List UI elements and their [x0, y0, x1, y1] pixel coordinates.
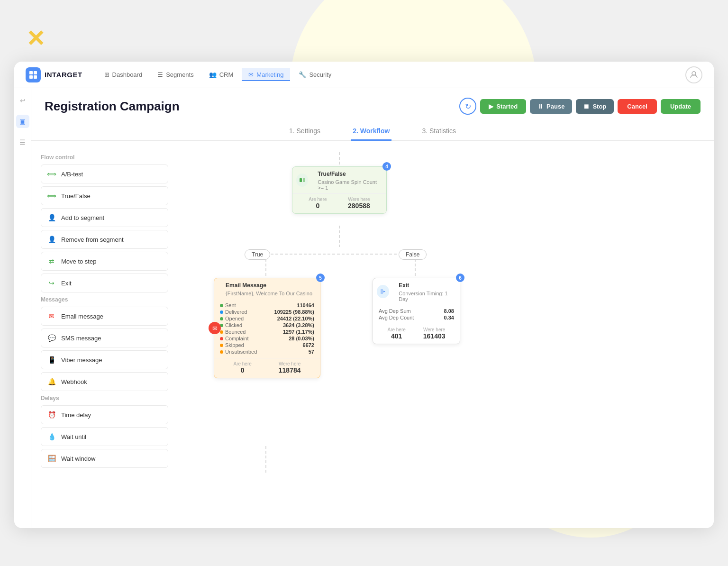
cancel-button[interactable]: Cancel [618, 99, 657, 114]
flow-item-webhook[interactable]: 🔔 Webhook [41, 372, 168, 391]
truefalse-node-icon [296, 173, 308, 187]
stat-delivered: Delivered 109225 (98.88%) [220, 309, 314, 315]
flow-item-wait-until[interactable]: 💧 Wait until [41, 427, 168, 446]
truefalse-were-here: Were here 280588 [348, 197, 370, 210]
node-email[interactable]: 5 ✉ Email Message {FirstName}, Welcome T… [214, 278, 320, 378]
stop-button[interactable]: ⏹ Stop [576, 99, 614, 114]
delivered-dot [220, 310, 223, 314]
sidebar-icon-2[interactable]: ▣ [16, 115, 29, 128]
security-icon: 🔧 [299, 71, 306, 78]
node-exit[interactable]: 6 Exit [373, 278, 460, 344]
truefalse-stats: Are here 0 Were here 280588 [292, 193, 386, 213]
nav-item-dashboard[interactable]: ⊞ Dashboard [98, 68, 149, 81]
segments-icon: ☰ [157, 71, 163, 78]
email-msg-icon: ✉ [47, 311, 56, 321]
exit-subtitle: Conversion Timing: 1 Day [393, 291, 460, 305]
nav-header: INTARGET ⊞ Dashboard ☰ Segments 👥 CRM ✉ … [14, 62, 714, 88]
avg-dep-sum: Avg Dep Sum 8.08 [379, 308, 454, 314]
flow-item-exit[interactable]: ↪ Exit [41, 274, 168, 292]
email-were-here: Were here 118784 [279, 361, 301, 374]
tab-statistics[interactable]: 3. Statistics [420, 122, 458, 141]
page-title: Registration Campaign [45, 99, 180, 114]
logo-area: INTARGET [26, 67, 82, 82]
ab-test-icon: ⟺ [47, 169, 56, 179]
content-panel: Registration Campaign ↻ ▶ Started ⏸ Paus… [31, 88, 714, 528]
viber-icon: 📱 [47, 355, 56, 365]
dashboard-icon: ⊞ [104, 71, 109, 78]
flow-item-add-segment[interactable]: 👤 Add to segment [41, 208, 168, 227]
marketing-icon: ✉ [248, 71, 254, 78]
refresh-button[interactable]: ↻ [459, 98, 476, 115]
exit-title: Exit [393, 278, 460, 291]
svg-rect-0 [29, 71, 33, 74]
nav-item-security[interactable]: 🔧 Security [292, 68, 338, 81]
flow-item-ab-test[interactable]: ⟺ A/B-test [41, 164, 168, 183]
exit-node-icon [377, 285, 389, 298]
stat-sent: Sent 110464 [220, 302, 314, 309]
truefalse-title: True/False [312, 167, 386, 179]
stat-opened: Opened 24412 (22.10%) [220, 315, 314, 322]
tab-settings[interactable]: 1. Settings [287, 122, 322, 141]
email-are-here: Are here 0 [233, 361, 251, 374]
stat-bounced: Bounced 1297 (1.17%) [220, 329, 314, 335]
wait-until-icon: 💧 [47, 432, 56, 441]
move-step-icon: ⇄ [47, 256, 56, 266]
flow-item-viber[interactable]: 📱 Viber message [41, 350, 168, 369]
email-subtitle: {FirstName}, Welcome To Our Casino [214, 291, 320, 299]
user-avatar[interactable] [685, 66, 702, 83]
campaign-header: Registration Campaign ↻ ▶ Started ⏸ Paus… [31, 88, 714, 122]
started-button[interactable]: ▶ Started [480, 99, 526, 114]
close-icon[interactable]: ✕ [26, 27, 45, 50]
email-footer-stats: Are here 0 Were here 118784 [214, 358, 320, 378]
flow-item-move-step[interactable]: ⇄ Move to step [41, 252, 168, 271]
flow-item-email[interactable]: ✉ Email message [41, 307, 168, 326]
tab-workflow[interactable]: 2. Workflow [351, 122, 391, 141]
messages-title: Messages [41, 296, 168, 303]
update-button[interactable]: Update [661, 99, 701, 114]
truefalse-are-here: Are here 0 [309, 197, 327, 210]
logo-text: INTARGET [45, 71, 82, 79]
sidebar-icon-3[interactable]: ☰ [16, 136, 29, 149]
exit-flow-icon: ↪ [47, 278, 56, 288]
nav-item-segments[interactable]: ☰ Segments [151, 68, 200, 81]
svg-rect-3 [34, 75, 37, 79]
flow-item-time-delay[interactable]: ⏰ Time delay [41, 405, 168, 424]
workflow-canvas: 4 True/False [188, 152, 472, 484]
sidebar-icon-1[interactable]: ↩ [16, 94, 29, 107]
node-truefalse[interactable]: 4 True/False [292, 166, 387, 214]
flow-control-title: Flow control [41, 154, 168, 161]
flow-item-remove-segment[interactable]: 👤 Remove from segment [41, 230, 168, 249]
wait-window-icon: 🪟 [47, 454, 56, 463]
logo-icon [26, 67, 41, 82]
flow-item-true-false[interactable]: ⟺ True/False [41, 186, 168, 205]
app-container: INTARGET ⊞ Dashboard ☰ Segments 👥 CRM ✉ … [14, 62, 714, 528]
header-actions: ↻ ▶ Started ⏸ Pause ⏹ Stop Cancel Update [459, 98, 701, 115]
time-delay-icon: ⏰ [47, 410, 56, 420]
exit-avg-stats: Avg Dep Sum 8.08 Avg Dep Count 0.34 [373, 305, 460, 324]
svg-rect-2 [29, 75, 33, 79]
nav-items: ⊞ Dashboard ☰ Segments 👥 CRM ✉ Marketing… [98, 68, 685, 81]
skipped-dot [220, 344, 223, 347]
nav-item-crm[interactable]: 👥 CRM [202, 68, 240, 81]
canvas-area: 4 True/False [178, 143, 714, 528]
flow-item-wait-window[interactable]: 🪟 Wait window [41, 449, 168, 468]
left-sidebar: ↩ ▣ ☰ [14, 88, 31, 528]
svg-rect-11 [300, 178, 302, 182]
svg-rect-1 [34, 71, 37, 74]
flow-panel: Flow control ⟺ A/B-test ⟺ True/False 👤 A… [31, 143, 178, 528]
email-envelope-icon: ✉ [209, 322, 221, 334]
webhook-icon: 🔔 [47, 377, 56, 386]
svg-rect-12 [303, 178, 305, 182]
delays-title: Delays [41, 395, 168, 402]
add-segment-icon: 👤 [47, 213, 56, 222]
play-icon: ▶ [489, 103, 493, 110]
email-title: Email Message [214, 278, 320, 291]
pause-button[interactable]: ⏸ Pause [530, 99, 572, 114]
node-num-5: 5 [316, 274, 325, 282]
node-num-6: 6 [456, 274, 464, 282]
tabs-bar: 1. Settings 2. Workflow 3. Statistics [31, 122, 714, 141]
complaint-dot [220, 337, 223, 340]
svg-rect-13 [381, 289, 383, 294]
nav-item-marketing[interactable]: ✉ Marketing [242, 68, 290, 81]
flow-item-sms[interactable]: 💬 SMS message [41, 329, 168, 347]
